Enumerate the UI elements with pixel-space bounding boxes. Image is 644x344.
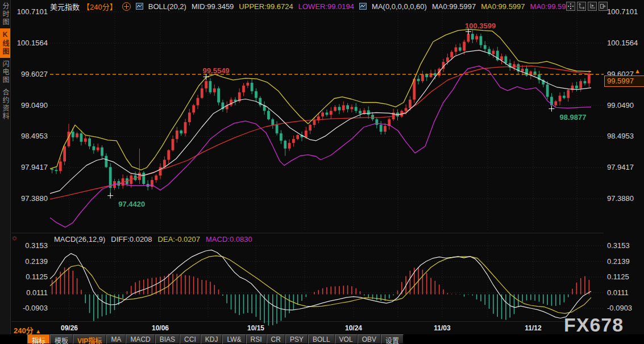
price-extreme-annotation: 99.5549 [203,66,230,75]
sidebar-item-contract-info[interactable]: 合约资料 [0,86,10,123]
tab-1[interactable]: 模板 [50,334,73,344]
add-compare-icon[interactable] [122,2,131,11]
tab-2[interactable]: VIP指标 [73,334,106,344]
ma-value-2: MA0:99.5997 [481,2,525,11]
axis-scale-icon[interactable] [577,2,586,11]
trading-terminal: 分时图 K线图 闪电图 合约资料 美元指数 【240分】 BOLL(20,2) … [0,0,644,344]
macd-diff-value: DIFF:0.0208 [111,235,152,244]
ma-indicator-icon[interactable] [359,3,367,10]
tab-12[interactable]: BOLL [308,334,335,344]
tab-3[interactable]: MA [106,334,126,344]
watermark: FX678 [564,314,624,336]
axis-play-icon[interactable] [588,2,597,11]
tab-8[interactable]: LW& [222,334,246,344]
tab-14[interactable]: OBV [358,334,381,344]
macd-panel-icon[interactable]: ☼ [11,233,18,241]
export-icon[interactable] [599,2,608,11]
tab-15[interactable]: 设置 [381,334,404,344]
symbol-name: 美元指数 [50,1,80,12]
ma-value-1: MA0:99.5997 [432,2,476,11]
chart-header: 美元指数 【240分】 BOLL(20,2) MID:99.3459 UPPER… [50,2,574,11]
price-pin-icon[interactable]: ▲ [634,68,641,74]
boll-upper-value: UPPER:99.6724 [239,2,293,11]
sidebar-item-flash-chart[interactable]: 闪电图 [0,58,10,86]
boll-mid-value: MID:99.3459 [192,2,234,11]
tab-5[interactable]: BIAS [155,334,180,344]
last-price-badge: 99.5997 [604,75,644,87]
tab-9[interactable]: RSI [246,334,267,344]
price-extreme-annotation: 98.9877 [559,113,586,121]
layout-icon[interactable] [566,2,575,11]
macd-header: MACD(26,12,9) DIFF:0.0208 DEA:-0.0207 MA… [54,235,252,244]
chart-window-controls [566,2,608,11]
period-text: 240分 [14,326,34,335]
macd-title: MACD(26,12,9) [54,235,105,244]
kline-macd-canvas[interactable] [0,0,644,344]
macd-dea-value: DEA:-0.0207 [158,235,200,244]
period-label[interactable]: 【240分】 [82,1,117,12]
price-extreme-annotation: 97.4420 [118,200,145,208]
macd-macd-value: MACD:0.0830 [206,235,252,244]
indicator-tabbar: 指标模板VIP指标MAMACDBIASCCIKDJLW&RSICRPSYBOLL… [0,334,644,344]
boll-indicator-icon[interactable] [136,3,143,10]
left-sidebar: 分时图 K线图 闪电图 合约资料 [0,0,11,344]
tab-4[interactable]: MACD [126,334,155,344]
tab-11[interactable]: PSY [285,334,308,344]
tab-13[interactable]: VOL [335,334,358,344]
chevron-up-icon: ▲ [35,328,41,334]
tab-indicator-active[interactable]: 指标 [27,334,50,344]
price-extreme-annotation: 100.3599 [465,22,496,30]
boll-title: BOLL(20,2) [148,2,186,11]
tab-6[interactable]: CCI [180,334,201,344]
tab-10[interactable]: CR [267,334,285,344]
ma-title: MA(0,0,0,0,0,60) [372,2,427,11]
tab-7[interactable]: KDJ [201,334,223,344]
boll-lower-value: LOWER:99.0194 [298,2,354,11]
sidebar-item-timeline-chart[interactable]: 分时图 [0,0,10,28]
sidebar-item-kline-chart[interactable]: K线图 [0,28,10,58]
